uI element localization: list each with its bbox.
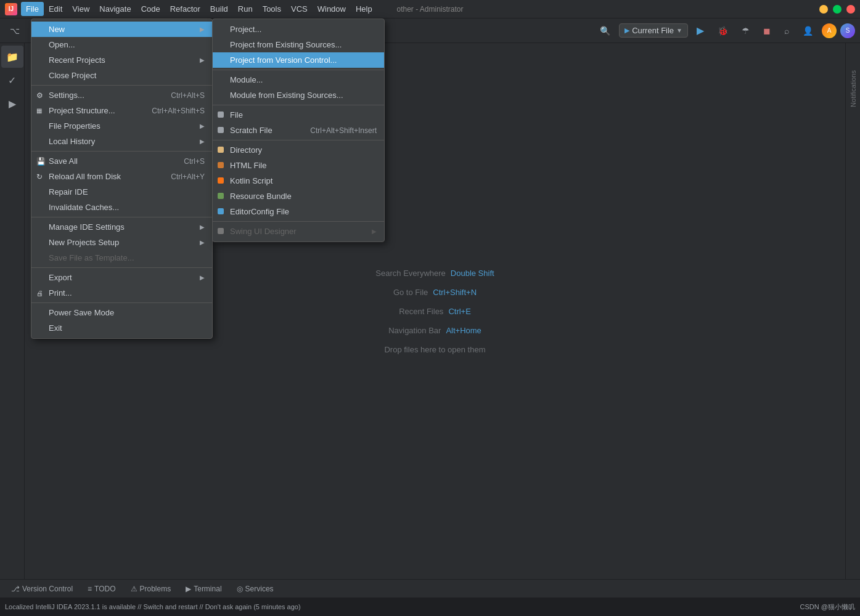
file-menu-save-all[interactable]: 💾 Save All Ctrl+S bbox=[31, 153, 212, 169]
tab-problems[interactable]: ⚠ Problems bbox=[125, 582, 178, 596]
hint-key-4: Alt+Home bbox=[446, 326, 481, 335]
file-menu-recent-projects[interactable]: Recent Projects ▶ bbox=[31, 52, 212, 68]
new-directory-label: Directory bbox=[230, 145, 262, 155]
search-btn[interactable]: ⌕ bbox=[779, 23, 794, 38]
version-control-icon: ⎇ bbox=[11, 585, 20, 593]
minimize-button[interactable]: − bbox=[819, 5, 828, 14]
run-btn[interactable]: ▶ bbox=[692, 22, 709, 39]
file-menu-local-history[interactable]: Local History ▶ bbox=[31, 134, 212, 149]
menu-vcs[interactable]: VCS bbox=[286, 2, 313, 16]
new-projects-setup-label: New Projects Setup bbox=[49, 238, 119, 247]
file-menu-settings[interactable]: ⚙ Settings... Ctrl+Alt+S bbox=[31, 87, 212, 103]
toolbar-git-btn[interactable]: ⌥ bbox=[5, 23, 25, 38]
new-project-vcs-label: Project from Version Control... bbox=[230, 55, 337, 65]
file-menu-project-structure-label: Project Structure... bbox=[49, 106, 115, 115]
notifications-label[interactable]: Notifications bbox=[850, 68, 857, 110]
menu-edit[interactable]: Edit bbox=[44, 2, 67, 16]
hint-navigation-bar: Navigation Bar Alt+Home bbox=[388, 326, 481, 335]
run-configuration[interactable]: ▶ Current File ▼ bbox=[619, 23, 688, 38]
sidebar-commit-icon[interactable]: ✓ bbox=[1, 69, 23, 91]
tab-version-control[interactable]: ⎇ Version Control bbox=[5, 582, 79, 596]
new-projects-setup-arrow: ▶ bbox=[200, 239, 205, 246]
new-project[interactable]: Project... bbox=[213, 22, 384, 37]
hint-search-everywhere: Search Everywhere Double Shift bbox=[375, 269, 494, 278]
new-module[interactable]: Module... bbox=[213, 72, 384, 87]
recent-projects-arrow-icon: ▶ bbox=[200, 57, 205, 63]
new-sep-2 bbox=[213, 105, 384, 105]
app-logo: IJ bbox=[5, 3, 17, 15]
status-right-label: CSDN @猫小懒叽 bbox=[800, 602, 855, 612]
new-project-existing-label: Project from Existing Sources... bbox=[230, 40, 342, 49]
menu-build[interactable]: Build bbox=[205, 2, 233, 16]
new-html-file[interactable]: HTML File bbox=[213, 158, 384, 173]
close-button[interactable]: × bbox=[846, 5, 855, 14]
file-menu-new-projects-setup[interactable]: New Projects Setup ▶ bbox=[31, 235, 212, 250]
reload-shortcut: Ctrl+Alt+Y bbox=[171, 172, 205, 181]
file-menu-repair-ide[interactable]: Repair IDE bbox=[31, 184, 212, 200]
file-menu-print[interactable]: 🖨 Print... bbox=[31, 285, 212, 301]
todo-label: TODO bbox=[94, 585, 115, 593]
tab-todo[interactable]: ≡ TODO bbox=[81, 582, 121, 596]
file-menu-exit[interactable]: Exit bbox=[31, 320, 212, 336]
user-avatar[interactable]: A bbox=[822, 23, 837, 38]
tab-terminal[interactable]: ▶ Terminal bbox=[179, 582, 227, 596]
menu-run[interactable]: Run bbox=[233, 2, 258, 16]
menu-file[interactable]: File bbox=[21, 2, 44, 16]
new-project-label: Project... bbox=[230, 25, 261, 34]
file-menu-close-project[interactable]: Close Project bbox=[31, 68, 212, 83]
swing-icon bbox=[218, 227, 225, 236]
menu-navigate[interactable]: Navigate bbox=[94, 2, 136, 16]
hint-label-4: Navigation Bar bbox=[388, 326, 441, 335]
file-menu-invalidate-caches[interactable]: Invalidate Caches... bbox=[31, 200, 212, 215]
hint-drop-files: Drop files here to open them bbox=[384, 345, 485, 354]
right-sidebar: Notifications bbox=[845, 43, 860, 598]
menu-tools[interactable]: Tools bbox=[258, 2, 286, 16]
terminal-icon: ▶ bbox=[186, 585, 191, 593]
file-sep-2 bbox=[31, 151, 212, 152]
file-icon bbox=[218, 111, 225, 120]
new-sep-1 bbox=[213, 70, 384, 70]
new-module-existing[interactable]: Module from Existing Sources... bbox=[213, 87, 384, 103]
menu-window[interactable]: Window bbox=[313, 2, 351, 16]
new-project-existing[interactable]: Project from Existing Sources... bbox=[213, 37, 384, 52]
file-menu-reload-all[interactable]: ↻ Reload All from Disk Ctrl+Alt+Y bbox=[31, 169, 212, 184]
file-menu-power-save[interactable]: Power Save Mode bbox=[31, 305, 212, 320]
file-menu-file-properties[interactable]: File Properties ▶ bbox=[31, 118, 212, 134]
sidebar-project-icon[interactable]: 📁 bbox=[1, 46, 23, 68]
new-scratch-label: Scratch File bbox=[230, 126, 272, 135]
new-swing-designer[interactable]: Swing UI Designer ▶ bbox=[213, 224, 384, 239]
new-project-vcs[interactable]: Project from Version Control... bbox=[213, 52, 384, 68]
file-menu-export[interactable]: Export ▶ bbox=[31, 270, 212, 285]
menu-refactor[interactable]: Refactor bbox=[165, 2, 205, 16]
file-menu-open[interactable]: Open... bbox=[31, 37, 212, 52]
new-directory[interactable]: Directory bbox=[213, 142, 384, 158]
maximize-button[interactable]: □ bbox=[833, 5, 842, 14]
stop-btn[interactable]: ◼ bbox=[758, 23, 776, 38]
file-menu-project-structure[interactable]: ▦ Project Structure... Ctrl+Alt+Shift+S bbox=[31, 103, 212, 118]
debug-btn[interactable]: 🐞 bbox=[713, 23, 733, 38]
file-menu-new[interactable]: New ▶ bbox=[31, 22, 212, 37]
tab-services[interactable]: ◎ Services bbox=[231, 582, 280, 596]
menu-help[interactable]: Help bbox=[351, 2, 377, 16]
profile-btn[interactable]: 👤 bbox=[798, 23, 818, 38]
editorconfig-icon bbox=[218, 208, 225, 216]
manage-ide-arrow: ▶ bbox=[200, 224, 205, 230]
new-file[interactable]: File bbox=[213, 107, 384, 123]
file-menu-manage-ide[interactable]: Manage IDE Settings ▶ bbox=[31, 219, 212, 235]
file-menu-save-template[interactable]: Save File as Template... bbox=[31, 250, 212, 265]
kotlin-icon bbox=[218, 177, 225, 185]
menu-view[interactable]: View bbox=[67, 2, 94, 16]
services-icon: ◎ bbox=[237, 585, 243, 593]
html-icon bbox=[218, 161, 225, 170]
new-kotlin-script[interactable]: Kotlin Script bbox=[213, 173, 384, 188]
new-editorconfig[interactable]: EditorConfig File bbox=[213, 204, 384, 219]
new-scratch-file[interactable]: Scratch File Ctrl+Alt+Shift+Insert bbox=[213, 123, 384, 138]
resource-icon bbox=[218, 192, 225, 201]
sidebar-run-icon[interactable]: ▶ bbox=[1, 92, 23, 115]
run-coverage-btn[interactable]: ☂ bbox=[737, 23, 755, 38]
title-bar: IJ File Edit View Navigate Code Refactor… bbox=[0, 0, 860, 18]
new-resource-bundle[interactable]: Resource Bundle bbox=[213, 188, 384, 204]
settings-avatar[interactable]: S bbox=[840, 23, 855, 38]
menu-code[interactable]: Code bbox=[136, 2, 165, 16]
search-everywhere-btn[interactable]: 🔍 bbox=[595, 23, 615, 38]
